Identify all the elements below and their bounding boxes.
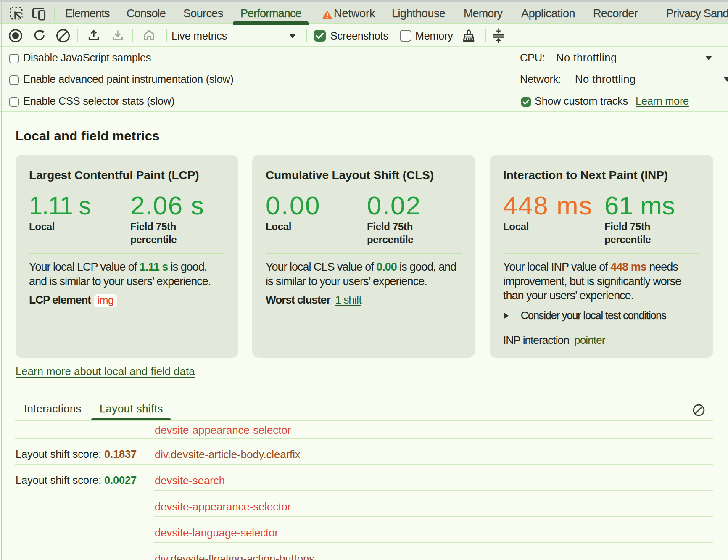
cls-description-value: 0.00	[376, 261, 397, 273]
inp-interaction-row: INP interaction pointer	[503, 334, 605, 347]
shift-element-link[interactable]: div.devsite-floating-action-buttons	[155, 552, 314, 560]
lcp-description-value: 1.11 s	[140, 261, 168, 273]
advanced-paint-label[interactable]: Enable advanced paint instrumentation (s…	[23, 73, 234, 85]
element-tag: devsite-search	[155, 474, 225, 487]
tab-interactions[interactable]: Interactions	[24, 399, 82, 418]
element-tag: devsite-language-selector	[155, 526, 278, 539]
tab-recorder[interactable]: Recorder	[593, 3, 638, 25]
inp-interaction-link[interactable]: pointer	[574, 334, 605, 346]
disable-js-samples-label[interactable]: Disable JavaScript samples	[23, 52, 151, 64]
row-separator	[15, 464, 713, 465]
lcp-field-value: 2.06 s	[130, 190, 204, 220]
shift-element-link[interactable]: devsite-language-selector	[155, 526, 278, 539]
cls-worst-cluster-row: Worst cluster 1 shift	[266, 293, 361, 306]
card-divider	[503, 253, 699, 254]
shift-element-link[interactable]: devsite-appearance-selector	[155, 424, 291, 437]
download-icon[interactable]	[111, 29, 125, 43]
cpu-throttling-label: CPU:	[520, 52, 545, 64]
custom-tracks-learn-more-link[interactable]: Learn more	[636, 95, 689, 107]
home-icon[interactable]	[142, 29, 156, 43]
lcp-field-label: Field 75th percentile	[130, 220, 202, 246]
consider-local-conditions-expander[interactable]: Consider your local test conditions	[504, 309, 666, 322]
shift-element-link[interactable]: devsite-appearance-selector	[155, 500, 291, 513]
inp-interaction-label: INP interaction	[503, 334, 569, 346]
tab-lighthouse[interactable]: Lighthouse	[392, 3, 446, 25]
learn-more-field-data-link[interactable]: Learn more about local and field data	[16, 365, 195, 378]
inp-field-value: 61 ms	[604, 190, 675, 220]
live-metrics-select[interactable]: Live metrics	[171, 25, 227, 47]
lcp-card: Largest Contentful Paint (LCP) 1.11 s 2.…	[16, 155, 238, 358]
tab-sources[interactable]: Sources	[183, 3, 223, 25]
collapse-icon[interactable]	[492, 28, 505, 44]
record-icon[interactable]	[8, 29, 23, 43]
cls-local-label: Local	[266, 220, 337, 233]
row-sub-separator	[154, 490, 713, 491]
inp-local-label: Local	[503, 220, 575, 233]
element-tag: devsite-appearance-selector	[155, 500, 291, 513]
shift-score-prefix: Layout shift score:	[16, 474, 104, 486]
lcp-description-prefix: Your local LCP value of	[29, 261, 140, 273]
cls-local-value: 0.00	[266, 190, 321, 220]
memory-checkbox[interactable]	[400, 30, 411, 42]
element-classes: .devsite-floating-action-buttons	[168, 552, 314, 560]
shift-element-link[interactable]: div.devsite-article-body.clearfix	[155, 448, 301, 461]
performance-settings: Disable JavaScript samples Enable advanc…	[0, 48, 728, 112]
page-title: Local and field metrics	[16, 129, 160, 144]
network-throttling-select[interactable]: No throttling	[575, 73, 636, 85]
window-left-accent	[1, 2, 2, 560]
tab-elements[interactable]: Elements	[65, 3, 109, 25]
inp-description: Your local INP value of 448 ms needs imp…	[503, 260, 693, 303]
shift-score-value: 0.0027	[104, 474, 137, 486]
tab-application[interactable]: Application	[521, 3, 575, 25]
cls-field-value: 0.02	[367, 190, 421, 220]
worst-cluster-label: Worst cluster	[266, 293, 330, 306]
card-divider	[29, 253, 225, 254]
shift-element-link[interactable]: devsite-search	[155, 474, 225, 487]
inp-description-value: 448 ms	[610, 261, 646, 273]
cpu-caret-icon[interactable]	[705, 56, 712, 60]
custom-tracks-label[interactable]: Show custom tracks	[535, 95, 628, 107]
log-tabs-border	[15, 420, 713, 421]
row-sub-separator	[154, 542, 713, 543]
cpu-throttling-select[interactable]: No throttling	[556, 52, 617, 64]
lcp-element-link[interactable]: img	[94, 294, 117, 307]
css-selector-stats-checkbox[interactable]	[9, 97, 19, 107]
cls-description-prefix: Your local CLS value of	[266, 261, 376, 273]
active-tab-underline	[233, 21, 309, 25]
advanced-paint-checkbox[interactable]	[9, 75, 19, 85]
tab-privacy-sandbox[interactable]: Privacy Sandbox	[666, 3, 728, 25]
network-throttling-label: Network:	[520, 73, 561, 85]
shift-score-label: Layout shift score: 0.0027	[16, 474, 137, 486]
upload-icon[interactable]	[87, 29, 101, 43]
tab-memory[interactable]: Memory	[464, 3, 502, 25]
toolbar-separator	[132, 29, 133, 42]
custom-tracks-checkbox[interactable]	[521, 97, 531, 107]
row-separator	[15, 438, 713, 439]
lcp-element-label: LCP element	[29, 293, 91, 306]
screenshots-checkbox[interactable]	[314, 30, 326, 42]
network-caret-icon[interactable]	[724, 77, 728, 82]
cls-worst-cluster-link[interactable]: 1 shift	[335, 293, 361, 306]
device-toolbar-icon[interactable]	[31, 7, 47, 21]
tab-network[interactable]: Network	[334, 3, 375, 25]
gc-brush-icon[interactable]	[461, 29, 476, 44]
tab-console[interactable]: Console	[127, 3, 166, 25]
live-metrics-caret-icon[interactable]	[289, 34, 296, 38]
reload-icon[interactable]	[32, 29, 47, 43]
element-tag: div	[155, 552, 168, 560]
clear-icon[interactable]	[56, 29, 70, 43]
element-tag: div	[155, 448, 168, 461]
inspect-element-icon[interactable]	[9, 7, 24, 21]
css-selector-stats-label[interactable]: Enable CSS selector stats (slow)	[23, 95, 174, 107]
inp-description-prefix: Your local INP value of	[503, 261, 610, 273]
memory-label[interactable]: Memory	[415, 25, 453, 47]
toolbar-separator	[77, 29, 78, 42]
tab-layout-shifts[interactable]: Layout shifts	[100, 399, 163, 418]
clear-log-icon[interactable]	[693, 404, 705, 416]
cls-card-title: Cumulative Layout Shift (CLS)	[266, 169, 434, 182]
screenshots-label[interactable]: Screenshots	[330, 25, 388, 47]
shift-score-label: Layout shift score: 0.1837	[16, 448, 137, 460]
disable-js-samples-checkbox[interactable]	[9, 54, 19, 63]
devtools-window: Elements Console Sources Performance Net…	[0, 0, 728, 560]
cls-card: Cumulative Layout Shift (CLS) 0.00 0.02 …	[252, 155, 475, 358]
